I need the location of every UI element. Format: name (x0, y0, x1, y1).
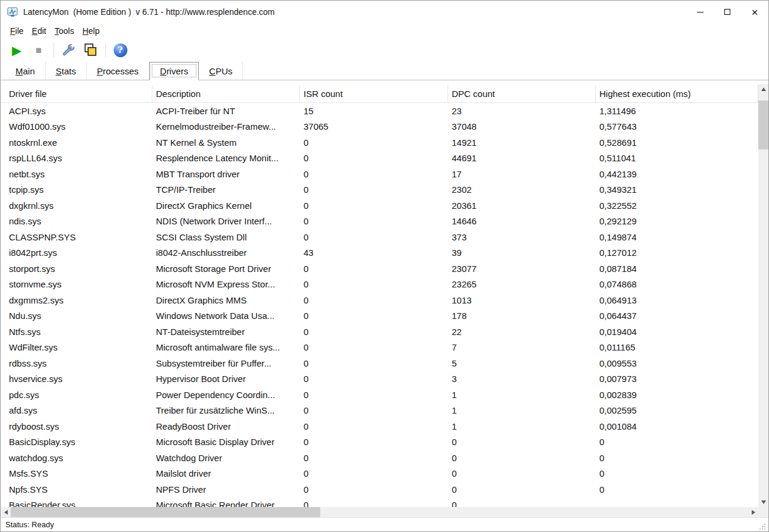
resize-grip[interactable] (759, 522, 767, 530)
table-row[interactable]: WdFilter.sys Microsoft antimalware file … (1, 340, 758, 356)
help-button[interactable]: ? (111, 40, 129, 60)
table-row[interactable]: i8042prt.sys i8042-Anschlusstreiber 43 3… (1, 245, 758, 261)
scroll-up-button[interactable] (758, 84, 768, 94)
cell-driver-file: i8042prt.sys (5, 248, 152, 258)
cell-isr-count: 0 (300, 358, 448, 368)
cell-isr-count: 0 (300, 421, 448, 431)
table-row[interactable]: dxgmms2.sys DirectX Graphics MMS 0 1013 … (1, 292, 758, 308)
menu-file[interactable]: File (6, 25, 28, 37)
tab-main[interactable]: Main (5, 62, 46, 80)
cell-description: Treiber für zusätzliche WinS... (152, 405, 300, 415)
table-row[interactable]: CLASSPNP.SYS SCSI Class System Dll 0 373… (1, 229, 758, 245)
cell-dpc-count: 178 (448, 311, 596, 321)
table-row[interactable]: Msfs.SYS Mailslot driver 0 0 0 (1, 466, 758, 482)
stop-monitor-button[interactable]: ■ (30, 40, 48, 60)
horizontal-scrollbar[interactable] (1, 507, 758, 517)
horizontal-scroll-thumb[interactable] (11, 507, 320, 517)
table-row[interactable]: stornvme.sys Microsoft NVM Express Stor.… (1, 277, 758, 293)
cell-isr-count: 0 (300, 374, 448, 384)
cell-isr-count: 0 (300, 232, 448, 242)
app-icon[interactable] (7, 7, 18, 17)
tools-options-button[interactable] (60, 40, 77, 60)
close-button[interactable]: × (741, 1, 768, 23)
wrench-icon (61, 42, 76, 58)
cell-dpc-count: 23077 (448, 264, 596, 274)
table-row[interactable]: Ntfs.sys NT-Dateisystemtreiber 0 22 0,01… (1, 324, 758, 340)
cell-dpc-count: 2302 (448, 184, 596, 195)
scroll-right-button[interactable] (748, 507, 758, 517)
column-header-isr-count[interactable]: ISR count (300, 85, 448, 102)
table-row[interactable]: BasicRender.sys Microsoft Basic Render D… (1, 497, 758, 508)
cell-highest-execution: 0 (596, 468, 758, 478)
column-header-description[interactable]: Description (152, 85, 300, 102)
cell-highest-execution: 0,002595 (596, 405, 758, 415)
table-row[interactable]: netbt.sys MBT Transport driver 0 17 0,44… (1, 166, 758, 182)
cell-driver-file: afd.sys (5, 405, 152, 415)
table-row[interactable]: rdyboost.sys ReadyBoost Driver 0 1 0,001… (1, 418, 758, 434)
cell-highest-execution: 0,577643 (596, 121, 758, 132)
table-row[interactable]: ACPI.sys ACPI-Treiber für NT 15 23 1,311… (1, 103, 758, 119)
menu-tools[interactable]: Tools (51, 25, 79, 37)
cell-isr-count: 0 (300, 327, 448, 337)
cell-highest-execution: 0,322552 (596, 201, 758, 211)
cell-highest-execution: 0,087184 (596, 264, 758, 274)
cell-description: NDIS (Network Driver Interf... (152, 216, 300, 226)
cell-highest-execution: 0 (596, 484, 758, 495)
tab-drivers[interactable]: Drivers (149, 62, 199, 80)
toolbar-separator (105, 43, 106, 57)
cell-driver-file: ndis.sys (5, 216, 152, 226)
cell-isr-count: 0 (300, 184, 448, 195)
report-windows-button[interactable] (82, 40, 99, 60)
tab-cpus[interactable]: CPUs (199, 62, 243, 80)
table-row[interactable]: rspLLL64.sys Resplendence Latency Monit.… (1, 151, 758, 167)
table-row[interactable]: Wdf01000.sys Kernelmodustreiber-Framew..… (1, 119, 758, 135)
cell-driver-file: rdyboost.sys (5, 421, 152, 431)
cell-highest-execution: 0,019404 (596, 327, 758, 337)
vertical-scroll-thumb[interactable] (758, 101, 768, 149)
column-header-highest-execution[interactable]: Highest execution (ms) (596, 85, 758, 102)
cell-isr-count: 0 (300, 468, 448, 478)
table-row[interactable]: rdbss.sys Subsystemtreiber für Puffer...… (1, 355, 758, 371)
table-row[interactable]: BasicDisplay.sys Microsoft Basic Display… (1, 434, 758, 450)
table-row[interactable]: watchdog.sys Watchdog Driver 0 0 0 (1, 450, 758, 466)
tab-label: CPUs (209, 66, 232, 76)
column-header-dpc-count[interactable]: DPC count (448, 85, 596, 102)
menu-edit[interactable]: Edit (28, 25, 51, 37)
table-row[interactable]: dxgkrnl.sys DirectX Graphics Kernel 0 20… (1, 198, 758, 214)
scroll-left-button[interactable] (1, 507, 11, 517)
stop-icon: ■ (36, 45, 42, 55)
arrow-up-icon (761, 87, 766, 91)
cell-dpc-count: 0 (448, 453, 596, 463)
table-row[interactable]: storport.sys Microsoft Storage Port Driv… (1, 261, 758, 277)
play-icon: ▶ (12, 44, 21, 57)
column-header-driver-file[interactable]: Driver file (5, 85, 152, 102)
cell-dpc-count: 17 (448, 169, 596, 179)
menu-help[interactable]: Help (78, 25, 104, 37)
cell-dpc-count: 22 (448, 327, 596, 337)
scroll-down-button[interactable] (758, 497, 768, 507)
table-row[interactable]: hvservice.sys Hypervisor Boot Driver 0 3… (1, 371, 758, 387)
minimize-button[interactable] (686, 1, 714, 23)
maximize-button[interactable] (714, 1, 741, 23)
toolbar: ▶ ■ ? (1, 38, 768, 62)
vertical-scrollbar[interactable] (758, 84, 768, 507)
cell-isr-count: 0 (300, 500, 448, 507)
table-row[interactable]: Ndu.sys Windows Network Data Usa... 0 17… (1, 308, 758, 324)
table-row[interactable]: Npfs.SYS NPFS Driver 0 0 0 (1, 481, 758, 497)
table-row[interactable]: pdc.sys Power Dependency Coordin... 0 1 … (1, 387, 758, 403)
table-row[interactable]: ntoskrnl.exe NT Kernel & System 0 14921 … (1, 134, 758, 151)
start-monitor-button[interactable]: ▶ (8, 40, 26, 60)
tab-stats[interactable]: Stats (46, 62, 87, 80)
table-row[interactable]: tcpip.sys TCP/IP-Treiber 0 2302 0,349321 (1, 182, 758, 198)
cell-driver-file: stornvme.sys (5, 279, 152, 289)
cell-dpc-count: 1 (448, 405, 596, 415)
cell-description: Watchdog Driver (152, 453, 300, 463)
cell-driver-file: netbt.sys (5, 169, 152, 179)
table-row[interactable]: afd.sys Treiber für zusätzliche WinS... … (1, 403, 758, 419)
cell-description: Mailslot driver (152, 468, 300, 478)
cell-dpc-count: 0 (448, 500, 596, 507)
tab-processes[interactable]: Processes (87, 62, 149, 80)
table-row[interactable]: ndis.sys NDIS (Network Driver Interf... … (1, 214, 758, 230)
table-header: Driver file Description ISR count DPC co… (1, 85, 758, 103)
tab-bar: Main Stats Processes Drivers CPUs (1, 62, 768, 80)
